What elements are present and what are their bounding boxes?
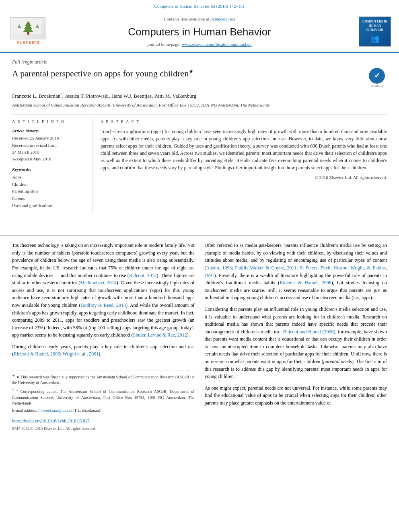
article-body: Full length article A parental perspecti… — [0, 53, 399, 229]
rideout-hamel-2006b-link[interactable]: Rideout and Hamel (2006) — [283, 329, 335, 335]
padilla-link[interactable]: Padilla-Walker & Coyne, 2011 — [235, 265, 296, 271]
journal-title: Computers in Human Behavior — [56, 25, 343, 39]
received-date: Received 25 January 2016 — [12, 135, 86, 141]
article-info-column: A R T I C L E I N F O Article history: R… — [12, 119, 93, 213]
section-divider — [0, 235, 399, 236]
fn3-name: (F.L. Broekman). — [74, 408, 101, 413]
rideout-2013-link[interactable]: Rideout, 2013 — [129, 273, 157, 278]
keywords-list: Apps Children Parenting style Parents Us… — [12, 174, 86, 209]
mediawijzer-link[interactable]: Mediawijzer, 2014 — [80, 280, 117, 286]
body-right-para-1: Often referred to as media gatekeepers, … — [205, 242, 387, 302]
author-star: * — [60, 92, 62, 97]
keywords-label: Keywords: — [12, 166, 86, 173]
elsevier-logo-box — [10, 17, 46, 39]
authors-line: Francette L. Broekman*, Jessica T. Piotr… — [12, 92, 387, 100]
abstract-column: A B S T R A C T Touchscreen applications… — [101, 119, 387, 213]
journal-cover-image: COMPUTERS IN HUMAN BEHAVIOR 👥 — [359, 16, 391, 47]
journal-cover-area: COMPUTERS IN HUMAN BEHAVIOR 👥 — [351, 16, 391, 47]
contents-label: Contents lists available at — [164, 16, 209, 21]
doi-link[interactable]: http://dx.doi.org/10.1016/j.chb.2016.05.… — [12, 417, 195, 424]
contents-available-line: Contents lists available at ScienceDirec… — [56, 15, 343, 23]
history-label: Article history: — [12, 128, 86, 134]
abstract-text: Touchscreen applications (apps) for youn… — [101, 128, 387, 171]
sciencedirect-link[interactable]: ScienceDirect — [210, 16, 235, 21]
revised-date: 24 March 2016 — [12, 149, 86, 155]
affiliation-text: Amsterdam School of Communication Resear… — [12, 102, 387, 108]
rideout-hamel-2006-link[interactable]: Rideout & Hamel, 2006 — [280, 280, 331, 286]
shuler-link[interactable]: Shuler, Levine & Ree, 2012 — [133, 332, 187, 338]
revised-label: Received in revised form — [12, 142, 86, 148]
austin-1993-link[interactable]: Austin, 1993 — [206, 265, 232, 271]
footnote-1: ★ ★ This research was financially suppor… — [12, 374, 195, 386]
keyword-5: Uses and gratifications — [12, 202, 86, 210]
godfrey-reed-link[interactable]: Godfrey & Reed, 2013 — [80, 302, 125, 308]
journal-title-area: Contents lists available at ScienceDirec… — [48, 15, 351, 48]
authors-text: Francette L. Broekman*, Jessica T. Piotr… — [12, 93, 196, 99]
footnotes-section: ★ ★ This research was financially suppor… — [12, 370, 195, 413]
wright-2001-link[interactable]: Wright et al., 2001 — [62, 351, 99, 357]
fn1-text: ★ This research was financially supporte… — [12, 375, 195, 385]
crossmark-badge: ✓ CrossMark — [367, 68, 387, 88]
fn2-marker: * — [12, 388, 14, 392]
journal-reference: Computers in Human Behavior 63 (2016) 14… — [154, 4, 245, 8]
journal-reference-bar: Computers in Human Behavior 63 (2016) 14… — [0, 0, 399, 11]
body-right-para-2: Considering that parents play an influen… — [205, 306, 387, 380]
journal-homepage-link[interactable]: www.elsevier.com/locate/comphumbeh — [182, 42, 251, 47]
accepted-date: Accepted 6 May 2016 — [12, 156, 86, 162]
body-column-right: Often referred to as media gatekeepers, … — [205, 242, 387, 431]
fn3-label: E-mail address: — [12, 408, 37, 413]
crossmark-icon: ✓ — [369, 68, 385, 84]
fn1-marker: ★ — [12, 374, 15, 378]
keyword-4: Parents — [12, 195, 86, 202]
body-para-2: During children's early years, parents p… — [12, 343, 195, 358]
parental-needs-italic: parental needs — [323, 359, 352, 364]
journal-header: ELSEVIER Contents lists available at Sci… — [0, 11, 399, 53]
fn2-text: * Corresponding author. The Amsterdam Sc… — [12, 390, 195, 405]
keyword-2: Children — [12, 181, 86, 188]
keyword-3: Parenting style — [12, 188, 86, 195]
abstract-heading: A B S T R A C T — [101, 119, 387, 125]
elsevier-tree-icon — [13, 20, 43, 37]
info-abstract-section: A R T I C L E I N F O Article history: R… — [12, 115, 387, 213]
keywords-section: Keywords: Apps Children Parenting style … — [12, 166, 86, 209]
copyright-notice: © 2016 Elsevier Ltd. All rights reserved… — [101, 175, 387, 181]
elsevier-logo-area: ELSEVIER — [8, 17, 48, 46]
title-star: ★ — [189, 68, 194, 74]
article-title-text: A parental perspective on apps for young… — [12, 68, 361, 80]
homepage-label: journal homepage: — [148, 42, 181, 47]
body-right-para-3: As one might expect, parental needs are … — [205, 384, 387, 407]
journal-homepage-line: journal homepage: www.elsevier.com/locat… — [56, 41, 343, 48]
svg-rect-4 — [27, 32, 29, 35]
fn3-email-link[interactable]: f.l.broekman@uva.nl — [38, 408, 72, 413]
article-history-section: Article history: Received 25 January 201… — [12, 128, 86, 162]
article-info-heading: A R T I C L E I N F O — [12, 119, 86, 125]
article-title-main: A parental perspective on apps for young… — [12, 68, 189, 78]
crossmark-label: CrossMark — [370, 84, 383, 88]
doi-issn-area: http://dx.doi.org/10.1016/j.chb.2016.05.… — [12, 417, 195, 432]
rideout-hamel-link[interactable]: Rideout & Hamel, 2006 — [14, 351, 60, 357]
elsevier-wordmark: ELSEVIER — [16, 40, 39, 46]
footnote-2: * * Corresponding author. The Amsterdam … — [12, 388, 195, 406]
article-type-label: Full length article — [12, 59, 387, 66]
body-para-1: Touchscreen technology is taking up an i… — [12, 242, 195, 339]
keyword-1: Apps — [12, 174, 86, 181]
main-article-content: Touchscreen technology is taking up an i… — [0, 242, 399, 440]
article-title-area: A parental perspective on apps for young… — [12, 68, 387, 88]
body-column-left: Touchscreen technology is taking up an i… — [12, 242, 195, 431]
footnote-3: E-mail address: f.l.broekman@uva.nl (F.L… — [12, 408, 195, 413]
issn-text: 0747-5632/© 2016 Elsevier Ltd. All right… — [12, 425, 195, 432]
